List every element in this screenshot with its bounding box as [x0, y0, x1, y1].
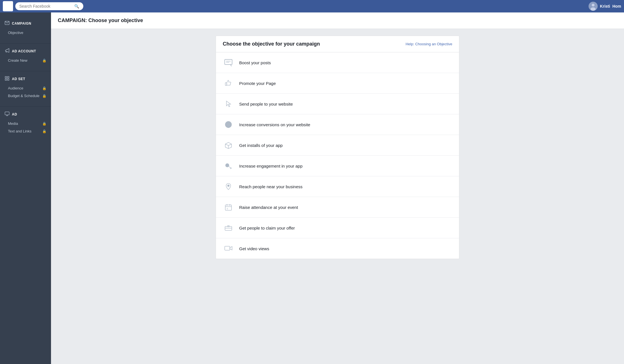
pin-icon — [223, 181, 234, 192]
objective-item-app-installs[interactable]: Get installs of your app — [216, 135, 459, 156]
app-installs-label: Get installs of your app — [239, 143, 283, 148]
lock-icon-text-links: 🔒 — [42, 129, 46, 133]
svg-line-20 — [225, 144, 228, 145]
boost-posts-label: Boost your posts — [239, 60, 271, 65]
send-website-label: Send people to your website — [239, 102, 293, 106]
svg-text:8: 8 — [227, 207, 228, 210]
svg-rect-36 — [225, 246, 230, 250]
audience-label: Audience — [8, 86, 23, 90]
conversions-label: Increase conversions on your website — [239, 122, 310, 127]
objective-item-event[interactable]: 8 Raise attendance at your event — [216, 197, 459, 218]
objective-item-app-engagement[interactable]: Increase engagement in your app — [216, 156, 459, 176]
sidebar-item-objective[interactable]: Objective — [0, 29, 51, 37]
sidebar-ad-set-header: AD SET — [0, 74, 51, 84]
sidebar: CAMPAIGN Objective AD ACCOUNT Create New — [0, 12, 51, 364]
sidebar-section-ad: AD Media 🔒 Text and Links 🔒 — [0, 109, 51, 135]
app-engagement-label: Increase engagement in your app — [239, 164, 302, 168]
objective-item-offer[interactable]: Get people to claim your offer — [216, 218, 459, 238]
sidebar-section-campaign: CAMPAIGN Objective — [0, 18, 51, 37]
globe-icon — [223, 119, 234, 130]
sidebar-campaign-header: CAMPAIGN — [0, 18, 51, 29]
sidebar-section-ad-account: AD ACCOUNT Create New 🔒 — [0, 46, 51, 64]
svg-rect-6 — [5, 79, 7, 80]
objective-card-title: Choose the objective for your campaign — [223, 41, 320, 47]
sidebar-ad-set-label: AD SET — [12, 77, 25, 81]
video-icon — [223, 243, 234, 254]
objective-item-send-website[interactable]: Send people to your website — [216, 94, 459, 114]
username-label: Kristi — [600, 4, 610, 8]
facebook-logo[interactable] — [3, 1, 13, 11]
key-icon — [223, 160, 234, 172]
content-area: Choose the objective for your campaign H… — [51, 29, 624, 266]
search-input[interactable] — [19, 4, 73, 8]
top-navigation: 🔍 Kristi Hom — [0, 0, 624, 12]
svg-point-1 — [592, 4, 595, 7]
objective-card: Choose the objective for your campaign H… — [216, 36, 459, 259]
divider-1 — [0, 43, 51, 44]
thumbsup-icon — [223, 78, 234, 89]
svg-rect-11 — [225, 59, 232, 65]
svg-point-27 — [228, 185, 229, 187]
svg-point-2 — [591, 7, 596, 11]
sidebar-item-budget-schedule[interactable]: Budget & Schedule 🔒 — [0, 92, 51, 100]
lock-icon-audience: 🔒 — [42, 86, 46, 90]
page-header: CAMPAIGN: Choose your objective — [51, 12, 624, 29]
sidebar-section-ad-set: AD SET Audience 🔒 Budget & Schedule 🔒 — [0, 74, 51, 100]
sidebar-item-create-new[interactable]: Create New 🔒 — [0, 57, 51, 64]
media-label: Media — [8, 121, 18, 126]
svg-rect-4 — [5, 76, 7, 78]
svg-rect-8 — [5, 112, 9, 115]
svg-rect-28 — [225, 205, 232, 210]
event-icon: 8 — [223, 202, 234, 213]
sidebar-item-audience[interactable]: Audience 🔒 — [0, 84, 51, 92]
divider-2 — [0, 71, 51, 71]
budget-schedule-label: Budget & Schedule — [8, 94, 39, 98]
lock-icon-budget: 🔒 — [42, 94, 46, 98]
sidebar-ad-account-label: AD ACCOUNT — [12, 49, 36, 53]
offer-label: Get people to claim your offer — [239, 226, 295, 230]
svg-rect-7 — [8, 79, 9, 80]
sidebar-item-text-links[interactable]: Text and Links 🔒 — [0, 127, 51, 135]
svg-line-21 — [228, 144, 232, 145]
svg-rect-35 — [228, 226, 229, 227]
search-icon: 🔍 — [74, 4, 79, 8]
topnav-right: Kristi Hom — [589, 2, 621, 11]
objective-item-promote-page[interactable]: Promote your Page — [216, 73, 459, 94]
objective-card-header: Choose the objective for your campaign H… — [216, 36, 459, 52]
page-title: CAMPAIGN: Choose your objective — [58, 18, 617, 23]
help-link[interactable]: Help: Choosing an Objective — [406, 42, 452, 46]
svg-rect-33 — [225, 226, 232, 230]
svg-point-23 — [226, 164, 229, 167]
event-label: Raise attendance at your event — [239, 205, 298, 210]
home-label[interactable]: Hom — [612, 4, 621, 8]
app-layout: CAMPAIGN Objective AD ACCOUNT Create New — [0, 12, 624, 364]
objective-list: Boost your posts Promote your Page — [216, 52, 459, 259]
sidebar-ad-account-header: AD ACCOUNT — [0, 46, 51, 57]
promote-page-label: Promote your Page — [239, 81, 276, 86]
svg-rect-5 — [8, 76, 9, 78]
sidebar-ad-header: AD — [0, 109, 51, 120]
sidebar-ad-label: AD — [12, 112, 17, 116]
local-label: Reach people near your business — [239, 184, 302, 189]
create-new-label: Create New — [8, 58, 27, 63]
monitor-icon — [5, 111, 10, 117]
text-links-label: Text and Links — [8, 129, 31, 133]
search-bar[interactable]: 🔍 — [15, 2, 83, 10]
avatar[interactable] — [589, 2, 598, 11]
envelope-icon — [5, 20, 10, 27]
objective-item-boost-posts[interactable]: Boost your posts — [216, 52, 459, 73]
divider-3 — [0, 106, 51, 107]
video-label: Get video views — [239, 246, 269, 251]
sidebar-item-media[interactable]: Media 🔒 — [0, 120, 51, 127]
main-content: CAMPAIGN: Choose your objective Choose t… — [51, 12, 624, 364]
box-icon — [223, 140, 234, 151]
page-title-subtitle: Choose your objective — [88, 18, 143, 23]
megaphone-icon — [5, 48, 10, 54]
lock-icon-create-new: 🔒 — [42, 59, 46, 63]
objective-item-video[interactable]: Get video views — [216, 238, 459, 259]
svg-rect-14 — [225, 83, 227, 85]
objective-item-conversions[interactable]: Increase conversions on your website — [216, 114, 459, 135]
cursor-icon — [223, 98, 234, 110]
boost-icon — [223, 57, 234, 68]
objective-item-local[interactable]: Reach people near your business — [216, 176, 459, 197]
